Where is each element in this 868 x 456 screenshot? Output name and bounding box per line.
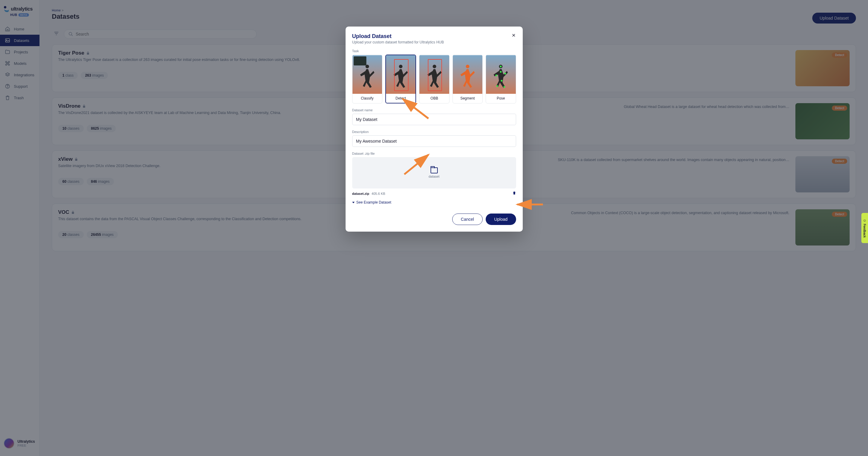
modal-title: Upload Dataset — [352, 33, 516, 39]
svg-point-12 — [497, 85, 498, 87]
dataset-name-input[interactable] — [352, 114, 516, 125]
file-name: dataset.zip — [352, 192, 369, 195]
trash-icon — [513, 191, 516, 195]
task-selector: Classify Detect OBB Segment Pose — [352, 55, 516, 104]
cancel-button[interactable]: Cancel — [452, 213, 483, 225]
svg-point-8 — [504, 73, 506, 75]
svg-point-6 — [500, 65, 502, 67]
description-label: Description — [352, 130, 516, 134]
zip-label: Dataset .zip file — [352, 152, 516, 155]
description-input[interactable] — [352, 135, 516, 147]
file-info-row: dataset.zip 405.6 KB — [352, 191, 516, 196]
svg-point-9 — [496, 75, 497, 76]
modal-subtitle: Upload your custom dataset formatted for… — [352, 40, 516, 44]
see-example-link[interactable]: See Example Dataset — [352, 200, 391, 204]
upload-button[interactable]: Upload — [486, 213, 516, 225]
task-detect[interactable]: Detect — [385, 55, 416, 104]
remove-file-button[interactable] — [513, 191, 516, 196]
svg-point-10 — [501, 80, 502, 82]
task-pose[interactable]: Pose — [486, 55, 516, 104]
feedback-tab[interactable]: Feedback — [861, 213, 868, 243]
task-classify[interactable]: Classify — [352, 55, 382, 104]
folder-upload-icon — [431, 167, 438, 173]
task-segment[interactable]: Segment — [453, 55, 483, 104]
annotation-arrow-icon — [514, 201, 545, 209]
task-label: Task — [352, 49, 516, 53]
task-obb[interactable]: OBB — [419, 55, 449, 104]
name-label: Dataset name — [352, 108, 516, 112]
upload-dataset-modal: Upload Dataset Upload your custom datase… — [346, 27, 523, 232]
close-button[interactable] — [510, 32, 517, 39]
file-size: 405.6 KB — [371, 192, 385, 195]
close-icon — [512, 33, 516, 37]
caret-down-icon — [352, 202, 354, 203]
file-dropzone[interactable]: dataset — [352, 157, 516, 189]
modal-overlay: Upload Dataset Upload your custom datase… — [0, 0, 868, 456]
svg-point-7 — [500, 71, 502, 73]
svg-point-11 — [503, 86, 505, 88]
